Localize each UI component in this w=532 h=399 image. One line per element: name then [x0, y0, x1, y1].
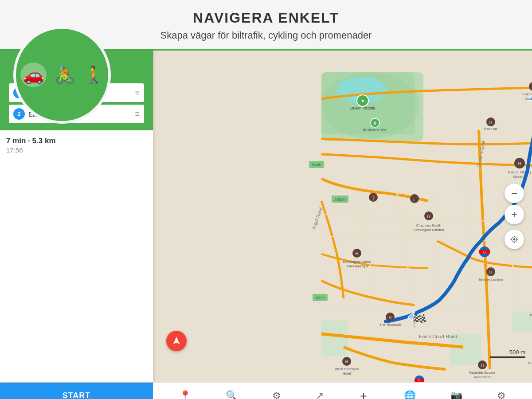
svg-text:H: H [489, 270, 493, 274]
svg-text:A4204: A4204 [334, 197, 346, 202]
scale-bar: 500 m [490, 349, 525, 358]
svg-text:★: ★ [361, 98, 365, 103]
waypoint-2-number: 2 [13, 108, 25, 120]
svg-text:U: U [418, 378, 420, 381]
svg-text:B405: B405 [312, 163, 321, 167]
settings-toolbar-icon[interactable]: ⚙ [497, 390, 506, 399]
svg-text:U: U [483, 250, 486, 254]
svg-text:Hotel: Hotel [343, 372, 351, 376]
svg-text:Apartment: Apartment [474, 375, 491, 379]
svg-text:H: H [389, 315, 392, 320]
scale-label: 500 m [509, 349, 525, 356]
zoom-controls: − + [505, 184, 524, 249]
zoom-out-button[interactable]: − [505, 184, 524, 203]
add-toolbar-icon[interactable]: ＋ [358, 388, 369, 399]
svg-text:H: H [489, 120, 493, 125]
route-duration: 7 min · 5.3 km [6, 137, 147, 145]
waypoint-toolbar-icon[interactable]: 📍 [179, 390, 191, 399]
map-view[interactable]: 🏁 U Argyll Road Queen's Gate Fulham Road… [153, 51, 532, 382]
svg-text:St Gover's Well: St Gover's Well [363, 128, 387, 132]
svg-text:Hotel And Spa: Hotel And Spa [345, 264, 368, 268]
main-title: NAVIGERA ENKELT [0, 10, 532, 26]
svg-text:Natural History: Natural History [508, 170, 532, 174]
waypoint-2-handle[interactable]: ≡ [135, 110, 140, 119]
svg-text:Museum: Museum [513, 175, 527, 179]
search-toolbar-icon[interactable]: 🔍 [226, 390, 238, 399]
svg-rect-7 [512, 312, 532, 332]
walk-mode-icon[interactable]: 🚶 [83, 65, 104, 85]
bicycle-mode-icon[interactable]: 🚴 [55, 65, 75, 85]
svg-text:Blakes Hotel: Blakes Hotel [530, 313, 532, 317]
locate-me-button[interactable] [505, 230, 524, 249]
svg-text:Kensington Close: Kensington Close [343, 260, 371, 264]
my-location-button[interactable] [166, 331, 187, 351]
svg-text:Kensington London: Kensington London [414, 228, 444, 232]
svg-text:H: H [345, 360, 348, 364]
map-svg: 🏁 U Argyll Road Queen's Gate Fulham Road… [153, 51, 532, 382]
svg-text:🎓: 🎓 [412, 196, 418, 202]
sidebar: 🚗 🚴 🚶 ← 1 C... ≡ 2 Earl's Cou... ≡ 7 min… [0, 51, 153, 382]
svg-text:H: H [481, 363, 484, 368]
main-layout: 🚗 🚴 🚶 ← 1 C... ≡ 2 Earl's Cou... ≡ 7 min… [0, 51, 532, 382]
svg-text:West Cromwell: West Cromwell [335, 367, 359, 371]
svg-text:H: H [518, 161, 521, 166]
route-eta: 17:56 [6, 146, 147, 154]
route-info: 7 min · 5.3 km 17:56 [0, 130, 153, 156]
svg-text:Beit Hall: Beit Hall [484, 127, 497, 131]
svg-text:📍: 📍 [371, 195, 376, 200]
bottom-toolbar: START 📍 🔍 ⚙ ↗ ＋ 🌐 📷 ⚙ [0, 382, 532, 399]
globe-toolbar-icon[interactable]: 🌐 [404, 390, 416, 399]
map-toolbar: 📍 🔍 ⚙ ↗ ＋ 🌐 📷 ⚙ [153, 388, 532, 399]
car-mode-icon[interactable]: 🚗 [20, 63, 47, 87]
waypoint-1-handle[interactable]: ≡ [135, 88, 140, 98]
svg-text:Queen Victoria: Queen Victoria [350, 106, 375, 110]
svg-text:Citadines South: Citadines South [416, 223, 441, 227]
svg-text:Redcliffe Square: Redcliffe Square [469, 371, 496, 375]
share-toolbar-icon[interactable]: ↗ [316, 390, 324, 399]
svg-text:B316: B316 [315, 296, 325, 300]
svg-text:Apartment: Apartment [525, 97, 532, 101]
svg-text:Earl's Court Road: Earl's Court Road [419, 334, 457, 339]
svg-text:Bentley London: Bentley London [478, 278, 503, 282]
scale-line [490, 356, 525, 358]
svg-text:🏛: 🏛 [373, 121, 377, 125]
transport-mode-selector: 🚗 🚴 🚶 [13, 26, 111, 124]
start-button[interactable]: START [0, 383, 153, 399]
svg-text:H: H [356, 251, 359, 256]
svg-rect-5 [321, 321, 348, 356]
svg-point-95 [513, 239, 516, 241]
svg-text:H: H [427, 214, 430, 219]
camera-toolbar-icon[interactable]: 📷 [450, 390, 462, 399]
layers-toolbar-icon[interactable]: ⚙ [272, 390, 281, 399]
svg-text:Knightsbridge: Knightsbridge [523, 92, 532, 96]
zoom-in-button[interactable]: + [505, 205, 524, 224]
svg-text:The Rockwell: The Rockwell [379, 323, 401, 327]
svg-text:EG Apartments: EG Apartments [528, 361, 532, 365]
